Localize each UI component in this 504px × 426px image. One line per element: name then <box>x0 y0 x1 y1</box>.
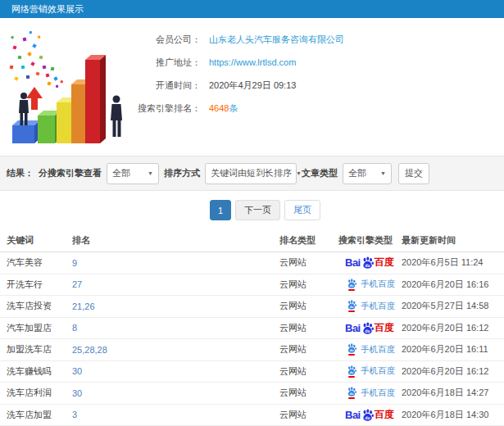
mobile-baidu-label: 手机百度 <box>361 387 395 399</box>
updated-cell: 2020年6月20日 16:16 <box>402 279 504 291</box>
keyword-cell: 开洗车行 <box>0 279 72 291</box>
filter-bar: 结果： 分搜索引擎查看 全部 ▼ 排序方式 关键词由短到长排序 ▼ 文章类型 全… <box>0 156 504 191</box>
rank-cell[interactable]: 9 <box>72 258 279 268</box>
up-arrow-icon <box>26 87 43 110</box>
bar-chart-illustration <box>2 23 133 154</box>
table-row: 洗车赚钱吗30云网站 du 手机百度2020年6月20日 16:12 <box>0 361 504 383</box>
mobile-baidu-icon: du <box>347 387 356 399</box>
table-row: 加盟洗车店25,28,28云网站 du 手机百度2020年6月20日 16:11 <box>0 339 504 361</box>
rank-type-cell: 云网站 <box>279 409 338 421</box>
mobile-baidu-icon: du <box>347 300 356 312</box>
pagination: 1 下一页 尾页 <box>0 191 504 229</box>
engine-cell: du 手机百度 <box>338 387 402 399</box>
rank-cell[interactable]: 8 <box>72 323 279 333</box>
mobile-baidu-label: 手机百度 <box>361 365 395 377</box>
svg-text:du: du <box>350 349 354 352</box>
rank-type-cell: 云网站 <box>279 256 338 269</box>
info-row-rank-count: 搜索引擎排名： 4648条 <box>123 97 344 120</box>
baidu-logo: Bai du 百度 <box>345 256 402 270</box>
table-row: 汽车美容9云网站Bai du 百度2020年6月5日 11:24 <box>0 252 504 274</box>
page-1-button[interactable]: 1 <box>210 200 231 220</box>
company-name-link[interactable]: 山东老人头汽车服务咨询有限公司 <box>209 34 344 46</box>
open-time-label: 开通时间： <box>123 79 201 92</box>
sort-select[interactable]: 关键词由短到长排序 ▼ <box>205 163 297 184</box>
mobile-baidu-logo: du 手机百度 <box>347 365 402 378</box>
mobile-baidu-logo: du 手机百度 <box>347 387 402 399</box>
businessman-right <box>111 96 122 138</box>
rank-cell[interactable]: 30 <box>72 388 279 398</box>
baidu-logo-cn: 百度 <box>375 256 394 270</box>
sort-select-value: 关键词由短到长排序 <box>211 167 292 179</box>
mobile-baidu-icon: du <box>347 343 356 356</box>
engine-cell: Bai du 百度 <box>338 256 402 270</box>
info-row-company: 会员公司： 山东老人头汽车服务咨询有限公司 <box>123 28 344 51</box>
rank-type-cell: 云网站 <box>279 365 338 378</box>
svg-text:du: du <box>350 371 354 374</box>
sort-filter-label: 排序方式 <box>164 167 200 179</box>
next-page-button[interactable]: 下一页 <box>235 200 280 220</box>
header-engine-type: 搜索引擎类型 <box>338 234 402 247</box>
header-updated: 最新更新时间 <box>402 234 504 247</box>
table-header-row: 关键词 排名 排名类型 搜索引擎类型 最新更新时间 <box>0 229 504 252</box>
svg-text:du: du <box>365 329 370 333</box>
engine-select[interactable]: 全部 ▼ <box>107 163 159 184</box>
baidu-paw-icon: du <box>347 387 356 397</box>
baidu-logo-cn: 百度 <box>375 321 394 335</box>
updated-cell: 2020年6月20日 16:12 <box>402 365 504 378</box>
mobile-baidu-label: 手机百度 <box>361 344 395 356</box>
updated-cell: 2020年6月18日 14:27 <box>402 387 504 399</box>
header-keyword: 关键词 <box>0 234 72 247</box>
mobile-baidu-logo: du 手机百度 <box>347 343 402 356</box>
mobile-baidu-logo: du 手机百度 <box>347 279 402 291</box>
baidu-logo-bai: Bai <box>345 409 361 421</box>
article-type-select[interactable]: 全部 ▼ <box>343 163 392 184</box>
rank-count-suffix: 条 <box>229 103 238 113</box>
page-title: 网络营销效果展示 <box>11 3 84 16</box>
keyword-cell: 洗车赚钱吗 <box>0 365 72 378</box>
rank-cell[interactable]: 27 <box>72 279 279 289</box>
engine-cell: Bai du 百度 <box>338 408 402 422</box>
confetti-dots <box>10 31 64 88</box>
last-page-button[interactable]: 尾页 <box>284 200 320 220</box>
baidu-logo-bai: Bai <box>345 322 361 334</box>
chevron-down-icon: ▼ <box>148 170 153 176</box>
table-row: 洗车店利润30云网站 du 手机百度2020年6月18日 14:27 <box>0 383 504 405</box>
table-row: 开洗车行27云网站 du 手机百度2020年6月20日 16:16 <box>0 274 504 297</box>
keyword-cell: 洗车店加盟 <box>0 409 72 421</box>
table-row: 洗车店投资21,26云网站 du 手机百度2020年5月27日 14:58 <box>0 296 504 318</box>
mobile-baidu-label: 手机百度 <box>361 279 395 290</box>
header-rank: 排名 <box>72 234 279 247</box>
rank-cell[interactable]: 3 <box>72 410 279 419</box>
info-row-url: 推广地址： https://www.lrtlsd.com <box>123 51 344 74</box>
rank-type-cell: 云网站 <box>279 387 338 399</box>
info-row-open-time: 开通时间： 2020年4月29日 09:13 <box>123 74 344 97</box>
rank-cell[interactable]: 30 <box>72 366 279 376</box>
member-info-section: 会员公司： 山东老人头汽车服务咨询有限公司 推广地址： https://www.… <box>0 18 504 156</box>
rank-cell[interactable]: 21,26 <box>72 301 279 311</box>
engine-cell: Bai du 百度 <box>338 321 402 335</box>
chevron-down-icon: ▼ <box>380 170 386 176</box>
promo-url-link[interactable]: https://www.lrtlsd.com <box>209 57 296 67</box>
promo-url-label: 推广地址： <box>123 57 201 69</box>
table-row: 洗车店加盟3云网站Bai du 百度2020年6月18日 14:30 <box>0 405 504 426</box>
article-type-select-value: 全部 <box>348 167 366 179</box>
keyword-cell: 洗车店利润 <box>0 387 72 399</box>
keyword-cell: 汽车加盟店 <box>0 322 72 334</box>
baidu-paw-icon: du <box>361 256 374 269</box>
bars <box>12 55 106 143</box>
engine-cell: du 手机百度 <box>338 300 402 312</box>
updated-cell: 2020年6月18日 14:30 <box>402 409 504 421</box>
result-label: 结果： <box>7 167 34 179</box>
rank-type-cell: 云网站 <box>279 300 338 312</box>
page: 网络营销效果展示 <box>0 0 504 426</box>
page-header: 网络营销效果展示 <box>0 0 504 18</box>
open-time-value: 2020年4月29日 09:13 <box>209 79 296 92</box>
results-table: 关键词 排名 排名类型 搜索引擎类型 最新更新时间 汽车美容9云网站Bai du… <box>0 229 504 426</box>
rank-cell[interactable]: 25,28,28 <box>72 345 279 355</box>
engine-filter-label: 分搜索引擎查看 <box>39 167 102 179</box>
baidu-paw-icon: du <box>361 322 374 334</box>
baidu-paw-icon: du <box>347 300 356 310</box>
submit-button[interactable]: 提交 <box>398 163 429 184</box>
baidu-paw-icon: du <box>347 279 356 288</box>
rank-count-value: 4648条 <box>209 102 238 115</box>
